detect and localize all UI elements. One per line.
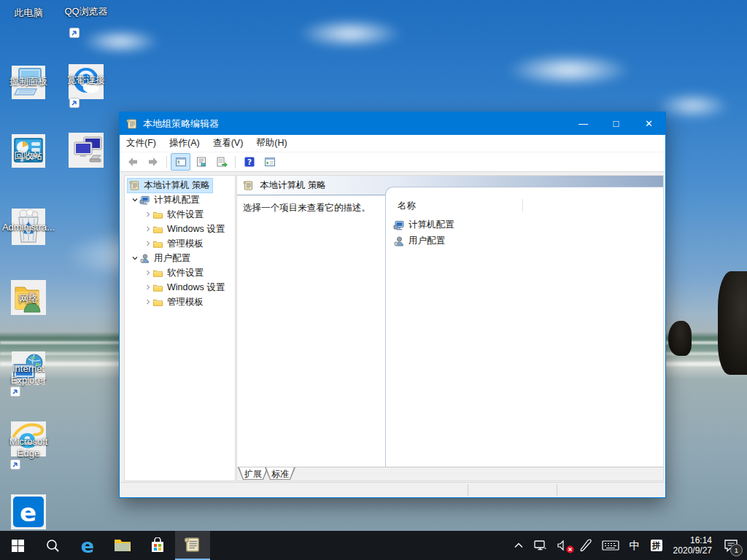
scroll-icon: [184, 536, 201, 553]
desktop-icon-broadband[interactable]: 宽带连接: [58, 73, 115, 86]
console-tree-panel[interactable]: 本地计算机 策略 计算机配置 软件设置 Windows 设置: [124, 175, 236, 481]
console-tree-icon: [175, 156, 187, 168]
desktop-icon-this-pc[interactable]: 此电脑: [0, 6, 57, 19]
menu-file[interactable]: 文件(F): [120, 135, 163, 152]
desktop-icon-label: 此电脑: [0, 7, 57, 19]
desktop-icon-label: 回收站: [0, 150, 57, 162]
column-header-name[interactable]: 名称: [398, 200, 416, 212]
start-button[interactable]: [0, 531, 35, 560]
clock-time: 16:14: [673, 535, 712, 545]
show-console-tree-button[interactable]: [171, 153, 190, 171]
svg-text:e: e: [20, 498, 36, 527]
tree-item-software-settings[interactable]: 软件设置: [125, 207, 235, 222]
desktop-icon-administrator-folder[interactable]: Administra...: [0, 220, 57, 233]
desktop-icon-network[interactable]: 网络: [0, 292, 57, 305]
chevron-right-icon[interactable]: [144, 240, 152, 247]
taskbar-gpedit-button[interactable]: [175, 531, 210, 560]
close-button[interactable]: ✕: [632, 112, 665, 135]
folder-icon: [152, 268, 163, 279]
tree-item-root[interactable]: 本地计算机 策略: [125, 178, 235, 192]
menu-view[interactable]: 查看(V): [206, 135, 250, 152]
microsoft-edge-icon: e: [11, 494, 46, 529]
tree-item-computer-config[interactable]: 计算机配置: [125, 192, 235, 207]
keyboard-icon: [602, 540, 619, 551]
chevron-right-icon[interactable]: [144, 298, 152, 306]
tree-item-label: 管理模板: [167, 238, 204, 250]
menu-action[interactable]: 操作(A): [163, 135, 206, 152]
windows-logo-icon: [12, 540, 24, 552]
action-center-button[interactable]: 1: [718, 531, 747, 560]
chevron-right-icon[interactable]: [144, 269, 152, 276]
desktop-icon-control-panel[interactable]: 控制面板: [0, 74, 57, 88]
tree-item-windows-settings-user[interactable]: Windows 设置: [125, 280, 235, 295]
shortcut-arrow-icon: [69, 98, 80, 108]
toolbar-separator: [235, 156, 236, 168]
tray-windows-ink[interactable]: [575, 531, 597, 560]
toolbar-separator: [166, 156, 167, 168]
app-scroll-icon: [126, 118, 138, 130]
edge-icon: e: [81, 536, 94, 556]
clock-date: 2020/9/27: [673, 545, 712, 556]
list-item-computer-config[interactable]: 计算机配置: [393, 219, 454, 231]
tree-item-admin-templates[interactable]: 管理模板: [125, 236, 235, 251]
broadband-connection-icon: [69, 133, 104, 168]
search-button[interactable]: [35, 531, 70, 560]
tree-item-label: 计算机配置: [154, 194, 200, 206]
console-main-area: 本地计算机 策略 计算机配置 软件设置 Windows 设置: [120, 172, 665, 483]
desktop-icon-label: Microsoft Edge: [0, 436, 57, 459]
tree-item-user-config[interactable]: 用户配置: [125, 251, 235, 265]
tray-overflow-chevron[interactable]: [509, 531, 528, 560]
taskbar-file-explorer-button[interactable]: [105, 531, 140, 560]
tab-standard[interactable]: 标准: [265, 467, 295, 480]
computer-icon: [393, 219, 405, 231]
list-item-user-config[interactable]: 用户配置: [393, 235, 445, 247]
maximize-button[interactable]: □: [600, 112, 632, 135]
desktop-icon-internet-explorer[interactable]: e Internet Explorer: [0, 362, 57, 386]
pen-icon: [580, 539, 592, 552]
properties-button[interactable]: [191, 153, 211, 171]
network-ethernet-icon: [533, 540, 546, 551]
column-divider[interactable]: [522, 199, 523, 211]
tray-network[interactable]: [528, 531, 551, 560]
taskbar-edge-button[interactable]: e: [70, 531, 105, 560]
forward-button[interactable]: [143, 153, 163, 171]
tray-volume-muted[interactable]: [551, 531, 575, 560]
tree-item-label: 本地计算机 策略: [144, 179, 210, 192]
minimize-button[interactable]: —: [567, 112, 600, 135]
export-list-button[interactable]: [212, 153, 231, 171]
items-list-panel[interactable]: 名称 计算机配置 用户配置: [385, 187, 663, 467]
taskbar-store-button[interactable]: [140, 531, 175, 560]
tree-item-admin-templates-user[interactable]: 管理模板: [125, 295, 235, 309]
desktop-icon-recycle-bin[interactable]: 回收站: [0, 149, 57, 162]
back-button[interactable]: [123, 153, 142, 171]
tree-item-windows-settings[interactable]: Windows 设置: [125, 222, 235, 236]
console-window-icon: [264, 156, 276, 168]
cloud-shape: [277, 13, 423, 54]
chevron-right-icon[interactable]: [144, 211, 152, 218]
title-bar[interactable]: 本地组策略编辑器 — □ ✕: [120, 112, 665, 135]
ime-pinyin-indicator[interactable]: 拼: [646, 531, 667, 560]
list-item-label: 用户配置: [409, 235, 445, 247]
taskbar-clock[interactable]: 16:14 2020/9/27: [667, 531, 718, 560]
rock: [718, 271, 747, 375]
chevron-right-icon[interactable]: [144, 284, 152, 291]
tree-item-label: 软件设置: [167, 267, 204, 279]
status-bar: [120, 482, 665, 497]
chevron-down-icon[interactable]: [131, 196, 139, 203]
desktop-icon-label: QQ浏览器: [58, 6, 115, 18]
desktop-icon-microsoft-edge[interactable]: e Microsoft Edge: [0, 435, 57, 459]
tray-touch-keyboard[interactable]: [597, 531, 624, 560]
desktop-icon-label: Administra...: [0, 222, 57, 233]
chevron-down-icon[interactable]: [131, 254, 139, 262]
desktop-icon-qq-browser[interactable]: QQ浏览器: [58, 4, 115, 18]
folder-icon: [152, 238, 163, 249]
tree-item-label: 软件设置: [167, 209, 204, 221]
tab-extended[interactable]: 扩展: [238, 467, 268, 480]
selection-description: 选择一个项目来查看它的描述。: [243, 202, 371, 214]
help-button[interactable]: ?: [239, 153, 259, 171]
chevron-right-icon[interactable]: [144, 225, 152, 233]
tree-item-software-settings-user[interactable]: 软件设置: [125, 265, 235, 280]
menu-help[interactable]: 帮助(H): [249, 135, 293, 152]
new-window-button[interactable]: [260, 153, 279, 171]
ime-language-mode[interactable]: 中: [624, 531, 646, 560]
